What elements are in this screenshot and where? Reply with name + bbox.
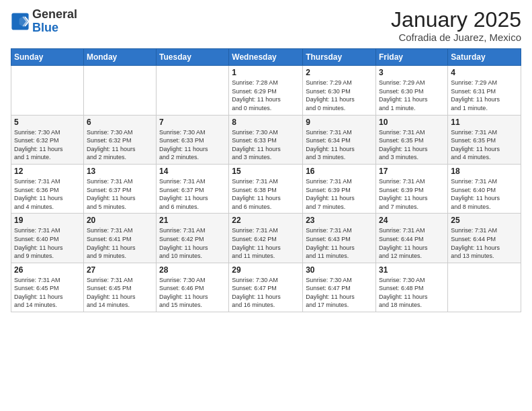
day-info: Sunrise: 7:31 AM Sunset: 6:44 PM Dayligh… [451,226,518,260]
day-number: 3 [379,68,445,77]
day-info: Sunrise: 7:30 AM Sunset: 6:46 PM Dayligh… [159,276,226,310]
table-row [157,66,229,115]
day-number: 9 [306,118,373,127]
day-number: 21 [159,216,226,225]
table-row: 24Sunrise: 7:31 AM Sunset: 6:44 PM Dayli… [376,214,448,263]
table-row [11,66,84,115]
calendar-week-row: 1Sunrise: 7:28 AM Sunset: 6:29 PM Daylig… [11,66,521,115]
table-row: 9Sunrise: 7:31 AM Sunset: 6:34 PM Daylig… [303,115,376,164]
calendar-subtitle: Cofradia de Juarez, Mexico [391,32,521,43]
logo: General Blue [11,8,77,35]
calendar-table: Sunday Monday Tuesday Wednesday Thursday… [11,48,521,312]
day-info: Sunrise: 7:31 AM Sunset: 6:35 PM Dayligh… [451,128,518,162]
day-info: Sunrise: 7:31 AM Sunset: 6:39 PM Dayligh… [306,177,373,211]
day-info: Sunrise: 7:30 AM Sunset: 6:47 PM Dayligh… [306,276,373,310]
logo-text: General Blue [32,8,77,35]
day-info: Sunrise: 7:30 AM Sunset: 6:32 PM Dayligh… [87,128,153,162]
day-info: Sunrise: 7:31 AM Sunset: 6:40 PM Dayligh… [451,177,518,211]
day-info: Sunrise: 7:31 AM Sunset: 6:41 PM Dayligh… [87,226,153,260]
day-info: Sunrise: 7:31 AM Sunset: 6:40 PM Dayligh… [14,226,81,260]
table-row: 17Sunrise: 7:31 AM Sunset: 6:39 PM Dayli… [376,164,448,213]
day-number: 31 [379,265,445,275]
day-number: 14 [159,167,226,176]
logo-icon [11,12,30,31]
table-row: 19Sunrise: 7:31 AM Sunset: 6:40 PM Dayli… [11,214,84,263]
header-monday: Monday [83,49,156,66]
table-row: 25Sunrise: 7:31 AM Sunset: 6:44 PM Dayli… [448,214,521,263]
calendar-header-row: Sunday Monday Tuesday Wednesday Thursday… [11,49,521,66]
table-row: 6Sunrise: 7:30 AM Sunset: 6:32 PM Daylig… [83,115,156,164]
table-row: 7Sunrise: 7:30 AM Sunset: 6:33 PM Daylig… [157,115,229,164]
day-number: 27 [87,265,153,275]
day-number: 4 [451,68,518,77]
header-friday: Friday [376,49,448,66]
header: General Blue January 2025 Cofradia de Ju… [11,8,521,43]
table-row: 13Sunrise: 7:31 AM Sunset: 6:37 PM Dayli… [83,164,156,213]
calendar-week-row: 12Sunrise: 7:31 AM Sunset: 6:36 PM Dayli… [11,164,521,213]
day-number: 25 [451,216,518,225]
day-number: 29 [232,265,300,275]
table-row: 4Sunrise: 7:29 AM Sunset: 6:31 PM Daylig… [448,66,521,115]
day-info: Sunrise: 7:30 AM Sunset: 6:33 PM Dayligh… [159,128,226,162]
page: General Blue January 2025 Cofradia de Ju… [0,0,532,411]
day-number: 28 [159,265,226,275]
day-number: 26 [14,265,81,275]
header-wednesday: Wednesday [229,49,303,66]
table-row: 11Sunrise: 7:31 AM Sunset: 6:35 PM Dayli… [448,115,521,164]
day-info: Sunrise: 7:30 AM Sunset: 6:48 PM Dayligh… [379,276,445,310]
table-row: 16Sunrise: 7:31 AM Sunset: 6:39 PM Dayli… [303,164,376,213]
day-info: Sunrise: 7:31 AM Sunset: 6:45 PM Dayligh… [14,276,81,310]
day-info: Sunrise: 7:31 AM Sunset: 6:36 PM Dayligh… [14,177,81,211]
table-row: 15Sunrise: 7:31 AM Sunset: 6:38 PM Dayli… [229,164,303,213]
day-number: 8 [232,118,300,127]
day-number: 2 [306,68,373,77]
day-info: Sunrise: 7:31 AM Sunset: 6:37 PM Dayligh… [87,177,153,211]
day-number: 23 [306,216,373,225]
day-info: Sunrise: 7:30 AM Sunset: 6:33 PM Dayligh… [232,128,300,162]
table-row: 23Sunrise: 7:31 AM Sunset: 6:43 PM Dayli… [303,214,376,263]
day-number: 19 [14,216,81,225]
table-row: 20Sunrise: 7:31 AM Sunset: 6:41 PM Dayli… [83,214,156,263]
table-row: 8Sunrise: 7:30 AM Sunset: 6:33 PM Daylig… [229,115,303,164]
day-info: Sunrise: 7:31 AM Sunset: 6:43 PM Dayligh… [306,226,373,260]
day-number: 7 [159,118,226,127]
header-sunday: Sunday [11,49,84,66]
day-info: Sunrise: 7:30 AM Sunset: 6:32 PM Dayligh… [14,128,81,162]
day-info: Sunrise: 7:31 AM Sunset: 6:44 PM Dayligh… [379,226,445,260]
header-thursday: Thursday [303,49,376,66]
title-block: January 2025 Cofradia de Juarez, Mexico [391,8,521,43]
day-info: Sunrise: 7:30 AM Sunset: 6:47 PM Dayligh… [232,276,300,310]
table-row: 14Sunrise: 7:31 AM Sunset: 6:37 PM Dayli… [157,164,229,213]
day-info: Sunrise: 7:31 AM Sunset: 6:42 PM Dayligh… [159,226,226,260]
calendar-week-row: 5Sunrise: 7:30 AM Sunset: 6:32 PM Daylig… [11,115,521,164]
day-info: Sunrise: 7:31 AM Sunset: 6:37 PM Dayligh… [159,177,226,211]
day-number: 12 [14,167,81,176]
table-row [448,263,521,312]
day-info: Sunrise: 7:31 AM Sunset: 6:45 PM Dayligh… [87,276,153,310]
day-number: 22 [232,216,300,225]
table-row: 22Sunrise: 7:31 AM Sunset: 6:42 PM Dayli… [229,214,303,263]
day-number: 20 [87,216,153,225]
day-number: 6 [87,118,153,127]
day-info: Sunrise: 7:29 AM Sunset: 6:30 PM Dayligh… [306,79,373,112]
day-number: 18 [451,167,518,176]
table-row: 3Sunrise: 7:29 AM Sunset: 6:30 PM Daylig… [376,66,448,115]
day-number: 11 [451,118,518,127]
table-row: 2Sunrise: 7:29 AM Sunset: 6:30 PM Daylig… [303,66,376,115]
day-number: 30 [306,265,373,275]
day-number: 13 [87,167,153,176]
calendar-week-row: 19Sunrise: 7:31 AM Sunset: 6:40 PM Dayli… [11,214,521,263]
day-number: 5 [14,118,81,127]
day-info: Sunrise: 7:31 AM Sunset: 6:38 PM Dayligh… [232,177,300,211]
table-row: 12Sunrise: 7:31 AM Sunset: 6:36 PM Dayli… [11,164,84,213]
header-tuesday: Tuesday [157,49,229,66]
table-row: 10Sunrise: 7:31 AM Sunset: 6:35 PM Dayli… [376,115,448,164]
day-info: Sunrise: 7:31 AM Sunset: 6:35 PM Dayligh… [379,128,445,162]
table-row: 21Sunrise: 7:31 AM Sunset: 6:42 PM Dayli… [157,214,229,263]
day-number: 17 [379,167,445,176]
table-row: 31Sunrise: 7:30 AM Sunset: 6:48 PM Dayli… [376,263,448,312]
table-row: 5Sunrise: 7:30 AM Sunset: 6:32 PM Daylig… [11,115,84,164]
day-info: Sunrise: 7:31 AM Sunset: 6:39 PM Dayligh… [379,177,445,211]
header-saturday: Saturday [448,49,521,66]
table-row: 18Sunrise: 7:31 AM Sunset: 6:40 PM Dayli… [448,164,521,213]
